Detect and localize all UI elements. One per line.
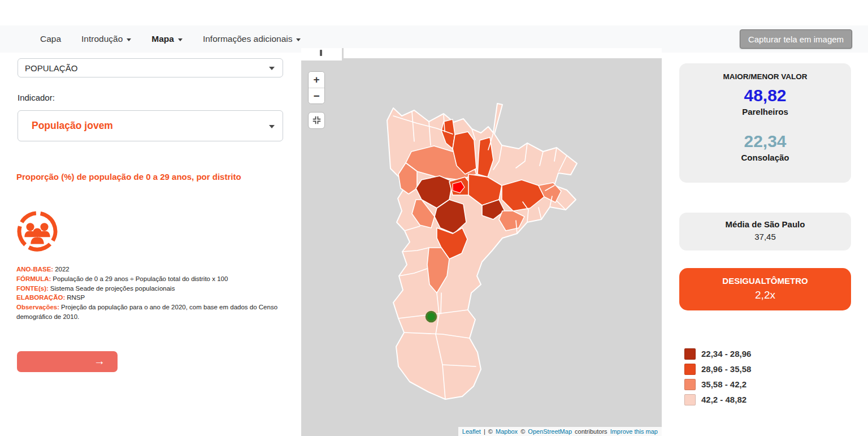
legend-swatch	[684, 364, 696, 375]
legend-swatch	[684, 394, 696, 405]
meta-label: FÓRMULA:	[16, 275, 51, 282]
meta-line: Observações:Projeção da população para o…	[16, 303, 292, 322]
nav-item-label: Introdução	[81, 34, 123, 44]
map-attribution: Leaflet | © Mapbox © OpenStreetMap contr…	[458, 427, 662, 436]
people-group-icon	[15, 209, 59, 253]
inequality-value: 2,2x	[679, 289, 851, 301]
indicator-select-value: População jovem	[32, 120, 113, 132]
meta-value: Sistema Seade de projeções populacionais	[50, 285, 175, 292]
next-button[interactable]: →	[17, 351, 118, 372]
mapbox-link[interactable]: Mapbox	[496, 428, 518, 435]
indicator-title: Proporção (%) de população de 0 a 29 ano…	[16, 171, 271, 183]
min-district: Consolação	[679, 153, 851, 162]
meta-label: ANO-BASE:	[16, 266, 53, 273]
max-value: 48,82	[679, 86, 851, 105]
legend-label: 22,34 - 28,96	[701, 349, 751, 359]
nav-item-capa[interactable]: Capa	[40, 34, 61, 44]
clipped-element	[301, 48, 342, 61]
nav-item-label: Mapa	[151, 34, 174, 44]
legend-swatch	[684, 379, 696, 390]
chevron-down-icon	[269, 125, 275, 128]
attribution-divider: |	[484, 428, 485, 435]
zoom-in-button[interactable]: +	[309, 72, 324, 88]
clipped-text-fragment	[320, 50, 322, 56]
meta-value: RNSP	[67, 294, 85, 301]
meta-line: FÓRMULA:População de 0 a 29 anos ÷ Popul…	[16, 274, 292, 284]
legend-row: 42,2 - 48,82	[684, 392, 751, 407]
nav-item-label: Informações adicionais	[203, 34, 293, 44]
chevron-down-icon	[296, 38, 301, 41]
nav-items: Capa Introdução Mapa Informações adicion…	[40, 25, 301, 53]
min-value: 22,34	[679, 132, 851, 151]
nav-item-introducao[interactable]: Introdução	[81, 34, 131, 44]
zoom-out-button[interactable]: −	[309, 88, 324, 103]
meta-label: Observações:	[16, 304, 59, 310]
capture-screenshot-button[interactable]: Capturar tela em imagem	[740, 29, 852, 49]
minmax-title: MAIOR/MENOR VALOR	[679, 72, 851, 81]
minmax-card: MAIOR/MENOR VALOR 48,82 Parelheiros 22,3…	[679, 63, 851, 183]
meta-value: População de 0 a 29 anos ÷ População tot…	[53, 275, 228, 282]
category-select-value: POPULAÇÃO	[25, 63, 77, 73]
legend-row: 35,58 - 42,2	[684, 377, 751, 392]
arrow-right-icon: →	[94, 355, 105, 368]
legend-label: 42,2 - 48,82	[701, 395, 747, 404]
map-legend: 22,34 - 28,96 28,96 - 35,58 35,58 - 42,2…	[684, 346, 751, 407]
average-value: 37,45	[679, 232, 851, 241]
map-zoom-control: + −	[308, 71, 325, 104]
legend-row: 28,96 - 35,58	[684, 361, 751, 377]
meta-label: ELABORAÇÃO:	[16, 294, 65, 301]
meta-label: FONTE(s):	[16, 285, 49, 292]
contributors-text: contributors	[575, 428, 607, 435]
leaflet-link[interactable]: Leaflet	[462, 428, 481, 435]
map-marker-green[interactable]	[427, 312, 436, 322]
max-district: Parelheiros	[679, 107, 851, 116]
meta-value: 2022	[55, 266, 70, 273]
copyright-symbol: ©	[520, 428, 525, 435]
nav-item-label: Capa	[40, 34, 61, 44]
legend-label: 28,96 - 35,58	[701, 364, 751, 374]
improve-map-link[interactable]: Improve this map	[610, 428, 658, 435]
map[interactable]: + − Leaflet | © Mapbox © OpenStreetMap c…	[301, 48, 662, 436]
indicator-metadata: ANO-BASE:2022 FÓRMULA:População de 0 a 2…	[16, 265, 292, 322]
compress-arrows-icon	[309, 113, 324, 128]
legend-label: 35,58 - 42,2	[701, 379, 747, 389]
inequality-card: DESIGUALTÔMETRO 2,2x	[679, 268, 851, 310]
meta-line: ANO-BASE:2022	[16, 265, 292, 274]
indicator-select[interactable]: População jovem	[18, 110, 283, 141]
sao-paulo-districts-map[interactable]	[301, 48, 662, 436]
fit-bounds-button[interactable]	[308, 112, 325, 129]
average-title: Média de São Paulo	[679, 219, 851, 229]
meta-line: FONTE(s):Sistema Seade de projeções popu…	[16, 284, 292, 293]
copyright-symbol: ©	[488, 428, 493, 435]
clipped-top-strip	[301, 48, 662, 61]
category-select[interactable]: POPULAÇÃO	[18, 58, 283, 77]
inequality-title: DESIGUALTÔMETRO	[679, 276, 851, 286]
chevron-down-icon	[269, 67, 275, 70]
meta-line: ELABORAÇÃO:RNSP	[16, 293, 292, 303]
openstreetmap-link[interactable]: OpenStreetMap	[528, 428, 572, 435]
nav-item-informacoes-adicionais[interactable]: Informações adicionais	[203, 34, 301, 44]
chevron-down-icon	[127, 38, 131, 41]
indicator-label: Indicador:	[18, 93, 55, 102]
average-card: Média de São Paulo 37,45	[679, 213, 851, 251]
legend-swatch	[684, 348, 696, 360]
clipped-element	[344, 48, 662, 58]
chevron-down-icon	[178, 38, 183, 41]
legend-row: 22,34 - 28,96	[684, 346, 751, 361]
nav-item-mapa[interactable]: Mapa	[151, 34, 183, 44]
